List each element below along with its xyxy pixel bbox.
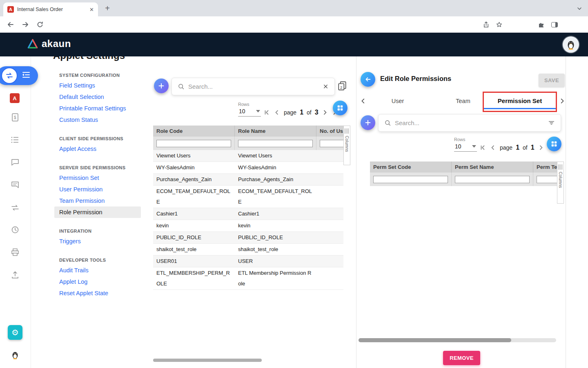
remove-button[interactable]: REMOVE: [443, 351, 480, 365]
next-page-icon[interactable]: [537, 143, 546, 152]
rows-per-page-select[interactable]: 10: [238, 108, 261, 117]
table-row[interactable]: kevinkevin: [153, 220, 343, 232]
reload-icon[interactable]: [35, 20, 45, 29]
perm-template-filter-input[interactable]: [537, 176, 557, 183]
column-grid-button[interactable]: [333, 101, 347, 115]
sidebar-item-reset-applet-state[interactable]: Reset Applet State: [59, 287, 148, 299]
next-page-icon[interactable]: [321, 108, 330, 117]
prev-page-icon[interactable]: [488, 143, 497, 152]
role-list-panel: 2 Rows 10 page 1 of 3 Role Code Role Nam…: [147, 56, 356, 368]
browser-tab[interactable]: A Internal Sales Order ✕: [3, 2, 98, 16]
table-row[interactable]: ETL_MEMBERSHIP_PERM_ROLEETL Membership P…: [153, 267, 343, 290]
akaun-logo[interactable]: akaun: [27, 38, 71, 49]
side-panel-icon[interactable]: [550, 20, 559, 29]
sidebar-item-role-permission[interactable]: Role Permission: [54, 206, 141, 218]
column-header-perm-template[interactable]: Perm Tem: [533, 162, 557, 173]
rows-label: Rows: [238, 102, 249, 107]
sidebar-item-printable-format-settings[interactable]: Printable Format Settings: [59, 103, 148, 114]
penguin-helper-icon[interactable]: [10, 350, 20, 360]
role-table-filter-row: [153, 137, 343, 150]
clear-search-icon[interactable]: [323, 83, 329, 90]
tabs-scroll-left-icon[interactable]: [359, 96, 368, 106]
user-avatar[interactable]: [563, 36, 579, 53]
dual-pane-icon[interactable]: 2: [337, 81, 347, 92]
column-header-no-of-users[interactable]: No. of Us: [316, 126, 343, 137]
table-row[interactable]: ECOM_TEAM_DEFAULT_ROLEECOM_TEAM_DEFAULT_…: [153, 186, 343, 208]
columns-handle[interactable]: Columns: [343, 126, 350, 165]
panel-title: Edit Role Permissions: [380, 75, 451, 83]
bookmark-star-icon[interactable]: [494, 20, 504, 29]
floating-widget-pill[interactable]: [0, 66, 38, 85]
sidebar-item-permission-set[interactable]: Permission Set: [59, 172, 148, 184]
sidebar-item-applet-log[interactable]: Applet Log: [59, 276, 148, 287]
extensions-puzzle-icon[interactable]: [537, 20, 546, 29]
tab-user[interactable]: User: [367, 95, 428, 107]
chat-icon[interactable]: [10, 157, 20, 167]
no-of-users-filter-input[interactable]: [320, 140, 343, 147]
perm-set-code-filter-input[interactable]: [373, 176, 448, 183]
share-icon[interactable]: [481, 20, 491, 29]
column-header-perm-set-name[interactable]: Perm Set Name: [452, 162, 533, 173]
printer-icon[interactable]: [10, 247, 20, 257]
back-button[interactable]: [361, 72, 375, 87]
table-row[interactable]: WY-SalesAdminWY-SalesAdmin: [153, 162, 343, 174]
rows-per-page-select[interactable]: 10: [454, 143, 477, 152]
tab-search-caret-icon[interactable]: [577, 6, 582, 13]
table-row[interactable]: Viewnet UsersViewnet Users: [153, 150, 343, 162]
sidebar-item-audit-trails[interactable]: Audit Trails: [59, 265, 148, 276]
filter-icon[interactable]: [548, 119, 555, 126]
svg-text:2: 2: [340, 85, 342, 90]
prev-page-icon[interactable]: [272, 108, 281, 117]
total-pages: 1: [531, 144, 535, 151]
table-row[interactable]: Purchase_Agents_ZainPurchase_Agents_Zain: [153, 174, 343, 186]
table-row[interactable]: Cashier1Cashier1: [153, 208, 343, 220]
sidebar-item-default-selection[interactable]: Default Selection: [59, 91, 148, 103]
sidebar-item-custom-status[interactable]: Custom Status: [59, 114, 148, 126]
svg-text:$: $: [14, 115, 16, 120]
transfer-arrows-icon[interactable]: [10, 203, 20, 213]
horizontal-scrollbar[interactable]: [359, 338, 511, 342]
perm-set-name-filter-input[interactable]: [455, 176, 530, 183]
history-clock-icon[interactable]: [10, 225, 20, 235]
invoice-icon[interactable]: $: [10, 112, 20, 122]
columns-handle[interactable]: Columns: [557, 162, 564, 204]
role-code-filter-input[interactable]: [156, 140, 231, 147]
tab-permission-set[interactable]: Permission Set: [484, 95, 556, 107]
role-name-filter-input[interactable]: [238, 140, 313, 147]
sidebar-item-field-settings[interactable]: Field Settings: [59, 80, 148, 91]
add-role-button[interactable]: [154, 79, 169, 93]
sidebar-item-team-permission[interactable]: Team Permission: [59, 195, 148, 206]
table-row[interactable]: PUBLIC_ID_ROLEPUBLIC_ID_ROLE: [153, 232, 343, 244]
permission-search-input[interactable]: [395, 119, 544, 126]
first-page-icon[interactable]: [262, 108, 271, 117]
table-row[interactable]: shaikot_test_roleshaikot_test_role: [153, 244, 343, 256]
current-page: 1: [300, 109, 303, 116]
table-row[interactable]: USER01USER: [153, 256, 343, 267]
first-page-icon[interactable]: [478, 143, 487, 152]
transfer-widget-icon: [1, 67, 18, 84]
sidebar-item-user-permission[interactable]: User Permission: [59, 184, 148, 195]
sidebar-item-triggers[interactable]: Triggers: [59, 236, 148, 247]
rows-label: Rows: [454, 137, 466, 142]
save-button[interactable]: SAVE: [539, 74, 565, 87]
column-grid-button[interactable]: [547, 137, 561, 151]
column-header-perm-set-code[interactable]: Perm Set Code: [370, 162, 452, 173]
pdf-tool-icon[interactable]: A: [10, 93, 20, 103]
forward-icon[interactable]: [20, 20, 30, 29]
tabs-scroll-right-icon[interactable]: [557, 96, 566, 106]
column-header-role-name[interactable]: Role Name: [235, 126, 316, 137]
tab-close-icon[interactable]: ✕: [89, 7, 94, 13]
column-header-role-code[interactable]: Role Code: [153, 126, 235, 137]
back-icon[interactable]: [6, 20, 16, 29]
add-permission-set-button[interactable]: [361, 115, 375, 130]
back-arrow-icon: [364, 76, 372, 83]
new-tab-button[interactable]: +: [103, 4, 112, 13]
of-label: of: [307, 109, 312, 116]
notes-icon[interactable]: [10, 180, 20, 190]
settings-gear-button[interactable]: ⚙: [8, 325, 22, 340]
list-icon[interactable]: [10, 135, 20, 145]
sidebar-item-applet-access[interactable]: Applet Access: [59, 143, 148, 155]
upload-icon[interactable]: [10, 270, 20, 280]
role-search-input[interactable]: [188, 83, 319, 90]
horizontal-scrollbar[interactable]: [153, 359, 262, 362]
